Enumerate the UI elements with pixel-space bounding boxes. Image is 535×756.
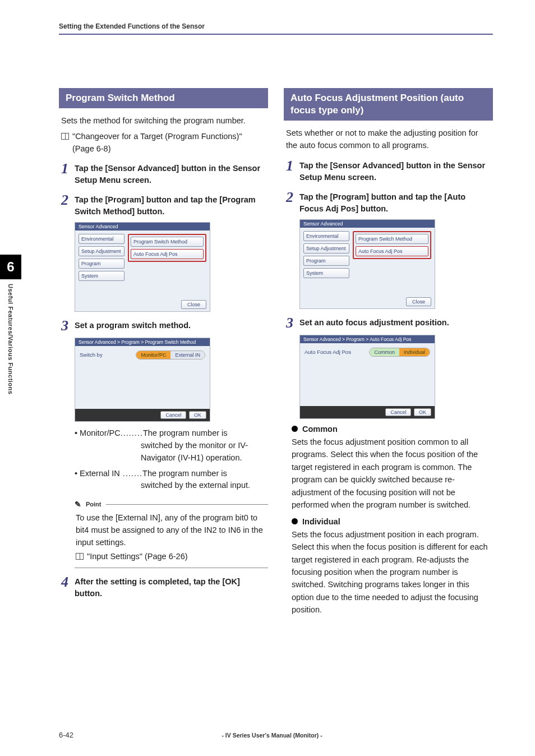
step-3: 3 Set an auto focus adjustment position. [286, 317, 491, 330]
step-4: 4 After the setting is completed, tap th… [61, 576, 266, 600]
point-text: To use the [External IN], any of the pro… [76, 512, 267, 548]
toggle-option[interactable]: Monitor/PC [136, 351, 170, 359]
sub-section-individual: Individual Sets the focus adjustment pos… [292, 517, 491, 616]
step-1: 1 Tap the [Sensor Advanced] button in th… [286, 160, 491, 183]
ss-title: Sensor Advanced [75, 223, 210, 231]
close-button[interactable]: Close [406, 297, 431, 306]
book-icon [76, 553, 84, 560]
step-3: 3 Set a program switch method. [61, 320, 266, 333]
footer-title: - IV Series User's Manual (Monitor) - [73, 732, 471, 739]
step-number: 1 [61, 162, 75, 176]
sub-heading: Individual [302, 517, 340, 526]
step-1: 1 Tap the [Sensor Advanced] button in th… [61, 163, 266, 186]
ss-button[interactable]: Program [303, 256, 349, 266]
sub-section-common: Common Sets the focus adjustment positio… [292, 425, 491, 511]
sub-body: Sets the focus adjustment position in ea… [292, 528, 491, 616]
step-number: 2 [61, 193, 75, 208]
ss-button[interactable]: Auto Focus Adj Pos [356, 246, 428, 256]
toggle[interactable]: Common Individual [369, 348, 430, 357]
pin-icon: ✎ [75, 500, 81, 509]
ss-button[interactable]: Environmental [79, 234, 124, 244]
cancel-button[interactable]: Cancel [385, 408, 411, 416]
screenshot-switch-method: Sensor Advanced > Program > Program Swit… [75, 338, 210, 422]
step-text: Tap the [Program] button and tap the [Pr… [75, 194, 266, 218]
ss-button[interactable]: Environmental [303, 231, 349, 241]
ok-button[interactable]: OK [189, 411, 206, 419]
ss-button[interactable]: Program Switch Method [131, 237, 204, 247]
page-footer: 6-42 - IV Series User's Manual (Monitor)… [59, 731, 493, 739]
definition-item: • External IN .......The program number … [75, 468, 268, 492]
left-column: Program Switch Method Sets the method fo… [59, 88, 268, 619]
reference-text: "Input Settings" (Page 6-26) [87, 551, 188, 563]
intro-text: Sets whether or not to make the adjustin… [286, 127, 491, 152]
toggle-option[interactable]: External IN [170, 351, 205, 359]
bullet-icon [292, 518, 298, 524]
step-number: 3 [286, 316, 299, 330]
sub-body: Sets the focus adjustment position commo… [292, 436, 491, 511]
step-number: 4 [61, 575, 75, 589]
screenshot-auto-focus: Sensor Advanced > Program > Auto Focus A… [299, 335, 435, 419]
ss-title: Sensor Advanced > Program > Auto Focus A… [300, 335, 435, 343]
breadcrumb: Setting the Extended Functions of the Se… [59, 22, 493, 30]
step-text: After the setting is completed, tap the … [75, 576, 266, 600]
step-number: 3 [61, 319, 75, 333]
intro-text: Sets the method for switching the progra… [61, 115, 266, 127]
toggle-option[interactable]: Common [370, 348, 399, 356]
step-2: 2 Tap the [Program] button and tap the [… [61, 194, 266, 218]
step-2: 2 Tap the [Program] button and tap the [… [286, 191, 491, 215]
toggle[interactable]: Monitor/PC External IN [136, 351, 205, 359]
step-text: Set a program switch method. [75, 320, 191, 331]
ss-button[interactable]: Setup Adjustment [303, 243, 349, 253]
point-callout: ✎ Point To use the [External IN], any of… [75, 500, 268, 568]
page-number: 6-42 [59, 731, 73, 739]
ss-button[interactable]: Program Switch Method [356, 234, 428, 244]
close-button[interactable]: Close [181, 300, 206, 309]
header-rule [59, 34, 493, 35]
toggle-option[interactable]: Individual [399, 348, 430, 356]
ss-title: Sensor Advanced > Program > Program Swit… [75, 338, 210, 346]
ss-label: Auto Focus Adj Pos [305, 348, 351, 355]
point-label: Point [86, 501, 102, 508]
step-text: Tap the [Sensor Advanced] button in the … [75, 163, 266, 186]
definition-item: • Monitor/PC........The program number i… [75, 427, 268, 464]
bullet-icon [292, 426, 298, 432]
ss-button[interactable]: Auto Focus Adj Pos [131, 249, 204, 259]
step-text: Tap the [Sensor Advanced] button in the … [299, 160, 491, 183]
book-icon [61, 133, 69, 140]
step-text: Set an auto focus adjustment position. [299, 317, 449, 329]
ss-button[interactable]: Setup Adjustment [79, 246, 124, 256]
ss-button[interactable]: Program [79, 259, 124, 269]
ok-button[interactable]: OK [414, 408, 431, 416]
ss-title: Sensor Advanced [300, 220, 435, 228]
right-column: Auto Focus Adjustment Position (auto foc… [284, 88, 493, 619]
section-heading: Program Switch Method [59, 88, 268, 108]
screenshot-sensor-advanced: Sensor Advanced Environmental Setup Adju… [299, 219, 435, 309]
reference-text: "Changeover for a Target (Program Functi… [72, 131, 266, 155]
step-text: Tap the [Program] button and tap the [Au… [299, 191, 491, 215]
ss-button[interactable]: System [303, 268, 349, 278]
reference-link: "Changeover for a Target (Program Functi… [61, 131, 266, 155]
step-number: 2 [286, 190, 299, 205]
sub-heading: Common [302, 425, 338, 434]
ss-button[interactable]: System [79, 271, 124, 281]
cancel-button[interactable]: Cancel [160, 411, 186, 419]
step-number: 1 [286, 159, 299, 173]
section-heading: Auto Focus Adjustment Position (auto foc… [284, 88, 493, 121]
ss-label: Switch by [80, 351, 103, 358]
screenshot-sensor-advanced: Sensor Advanced Environmental Setup Adju… [75, 222, 210, 312]
